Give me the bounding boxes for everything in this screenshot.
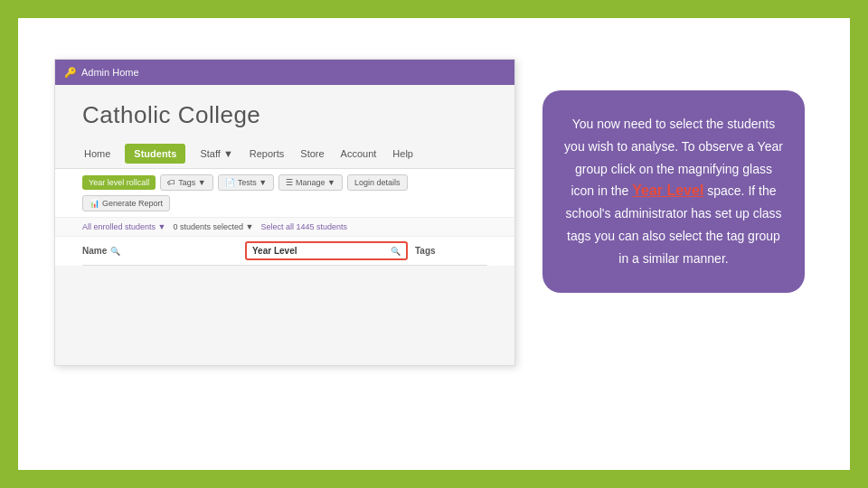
nav-help[interactable]: Help xyxy=(391,141,415,166)
select-all-link[interactable]: Select all 1445 students xyxy=(260,222,347,231)
tags-button[interactable]: 🏷 Tags ▼ xyxy=(160,174,212,191)
info-highlight-year-level: Year Level xyxy=(632,183,703,198)
manage-button[interactable]: ☰ Manage ▼ xyxy=(278,174,343,191)
col-tags-header: Tags xyxy=(408,246,436,256)
white-container: 🔑 Admin Home Catholic College Home Stude… xyxy=(18,18,850,470)
chart-icon: 📊 xyxy=(90,199,99,208)
info-box: You now need to select the students you … xyxy=(542,90,805,293)
name-col-label: Name xyxy=(82,246,107,256)
tests-label: Tests ▼ xyxy=(238,178,267,187)
nav-students[interactable]: Students xyxy=(125,144,185,164)
logo-area: Catholic College xyxy=(55,85,514,138)
admin-bar: 🔑 Admin Home xyxy=(55,60,514,85)
generate-label: Generate Report xyxy=(102,199,163,208)
toolbar: Year level rollcall 🏷 Tags ▼ 📄 Tests ▼ ☰… xyxy=(55,169,514,218)
year-level-rollcall-button[interactable]: Year level rollcall xyxy=(82,175,156,190)
tags-icon: 🏷 xyxy=(167,178,175,187)
tags-col-label: Tags xyxy=(415,246,436,256)
rollcall-label: Year level rollcall xyxy=(89,178,149,187)
all-enrolled-link[interactable]: All enrolled students ▼ xyxy=(82,222,165,231)
col-name-header: Name 🔍 xyxy=(82,246,245,256)
college-name: Catholic College xyxy=(82,101,260,128)
generate-report-button[interactable]: 📊 Generate Report xyxy=(82,195,170,211)
nav-account[interactable]: Account xyxy=(339,141,379,166)
tags-label: Tags ▼ xyxy=(178,178,205,187)
nav-staff[interactable]: Staff ▼ xyxy=(198,141,234,166)
login-label: Login details xyxy=(354,178,401,187)
table-header: Name 🔍 Year Level 🔍 Tags xyxy=(82,237,487,266)
manage-icon: ☰ xyxy=(286,178,293,187)
admin-home-label: Admin Home xyxy=(81,67,139,78)
name-search-icon[interactable]: 🔍 xyxy=(110,247,120,256)
nav-bar: Home Students Staff ▼ Reports Store Acco… xyxy=(55,138,514,169)
col-year-header: Year Level 🔍 xyxy=(245,241,408,260)
year-search-icon[interactable]: 🔍 xyxy=(391,247,401,256)
tests-button[interactable]: 📄 Tests ▼ xyxy=(218,174,274,191)
nav-reports[interactable]: Reports xyxy=(248,141,287,166)
table-area: Name 🔍 Year Level 🔍 Tags xyxy=(55,237,514,266)
login-details-button[interactable]: Login details xyxy=(347,174,408,191)
year-level-col-label: Year Level xyxy=(252,246,297,256)
selection-bar: All enrolled students ▼ 0 students selec… xyxy=(55,218,514,237)
tests-icon: 📄 xyxy=(225,178,235,187)
students-selected[interactable]: 0 students selected ▼ xyxy=(173,222,253,231)
screenshot-panel: 🔑 Admin Home Catholic College Home Stude… xyxy=(54,59,515,366)
key-icon: 🔑 xyxy=(64,67,77,79)
nav-home[interactable]: Home xyxy=(82,141,112,166)
nav-store[interactable]: Store xyxy=(298,141,326,166)
manage-label: Manage ▼ xyxy=(296,178,335,187)
